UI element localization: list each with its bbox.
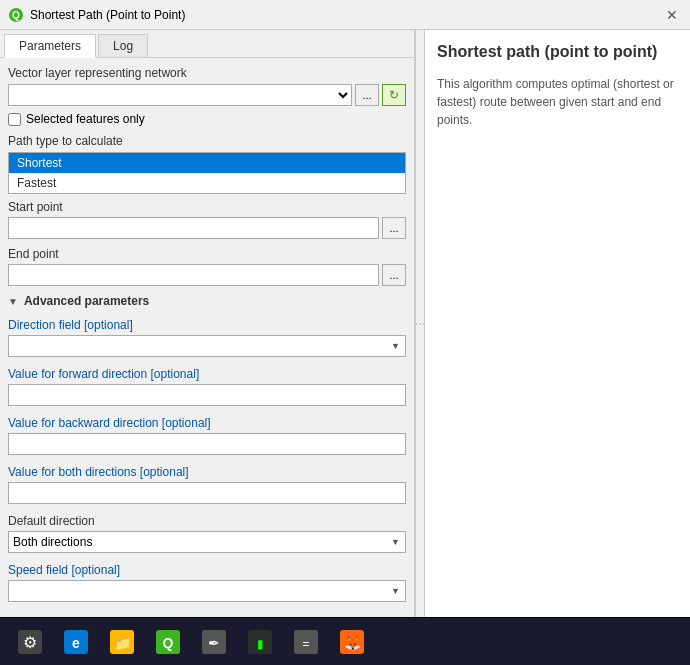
taskbar-files[interactable]: 📁 [104,624,140,660]
main-content: Parameters Log Vector layer representing… [0,30,690,617]
close-button[interactable]: ✕ [662,5,682,25]
default-direction-label: Default direction [8,514,406,528]
taskbar-firefox[interactable]: 🦊 [334,624,370,660]
forward-value-group: Value for forward direction [optional] [8,367,406,406]
end-point-dots-button[interactable]: ... [382,264,406,286]
svg-text:▮: ▮ [257,637,264,651]
advanced-parameters-header[interactable]: ▼ Advanced parameters [8,294,406,308]
default-direction-select[interactable]: Both directions Forward direction Backwa… [8,531,406,553]
selected-features-checkbox[interactable] [8,113,21,126]
speed-field-label: Speed field [optional] [8,563,406,577]
path-type-label: Path type to calculate [8,134,406,148]
selected-features-label: Selected features only [26,112,145,126]
start-point-label: Start point [8,200,406,214]
forward-value-input[interactable] [8,384,406,406]
svg-text:✒: ✒ [208,635,220,651]
svg-text:=: = [302,637,309,651]
start-point-section: Start point ... [8,200,406,239]
backward-value-input[interactable] [8,433,406,455]
help-title: Shortest path (point to point) [437,42,678,63]
path-type-dropdown[interactable]: Shortest Fastest [8,152,406,194]
taskbar-inkscape[interactable]: ✒ [196,624,232,660]
start-point-dots-button[interactable]: ... [382,217,406,239]
svg-text:Q: Q [12,10,20,21]
backward-value-label: Value for backward direction [optional] [8,416,406,430]
path-type-shortest[interactable]: Shortest [9,153,405,173]
tab-parameters[interactable]: Parameters [4,34,96,58]
svg-text:📁: 📁 [114,635,132,652]
taskbar-qgis[interactable]: Q [150,624,186,660]
speed-field-select-wrapper [8,580,406,602]
direction-field-group: Direction field [optional] [8,318,406,357]
default-direction-group: Default direction Both directions Forwar… [8,514,406,553]
both-value-label: Value for both directions [optional] [8,465,406,479]
left-panel: Parameters Log Vector layer representing… [0,30,415,617]
advanced-label: Advanced parameters [24,294,149,308]
end-point-input[interactable] [8,264,379,286]
taskbar: ⚙ e 📁 Q ✒ ▮ [0,617,690,665]
start-point-input[interactable] [8,217,379,239]
speed-field-group: Speed field [optional] [8,563,406,602]
divider-handle: ⋮ [415,319,426,329]
end-point-row: ... [8,264,406,286]
taskbar-calculator[interactable]: = [288,624,324,660]
both-value-input[interactable] [8,482,406,504]
end-point-label: End point [8,247,406,261]
taskbar-settings[interactable]: ⚙ [12,624,48,660]
vector-layer-refresh-button[interactable]: ↻ [382,84,406,106]
taskbar-terminal[interactable]: ▮ [242,624,278,660]
vector-layer-dots-button[interactable]: ... [355,84,379,106]
panel-divider[interactable]: ⋮ [415,30,425,617]
vector-layer-label: Vector layer representing network [8,66,406,80]
right-panel: Shortest path (point to point) This algo… [425,30,690,617]
window-title: Shortest Path (Point to Point) [30,8,185,22]
svg-text:Q: Q [163,635,174,651]
parameters-scroll-area[interactable]: Vector layer representing network ... ↻ … [0,58,414,617]
vector-layer-row: ... ↻ [8,84,406,106]
end-point-section: End point ... [8,247,406,286]
default-direction-select-wrapper: Both directions Forward direction Backwa… [8,531,406,553]
svg-text:🦊: 🦊 [344,635,362,652]
forward-value-label: Value for forward direction [optional] [8,367,406,381]
selected-features-row: Selected features only [8,112,406,126]
direction-field-select[interactable] [8,335,406,357]
vector-layer-select[interactable] [8,84,352,106]
help-description: This algorithm computes optimal (shortes… [437,75,678,129]
tab-log[interactable]: Log [98,34,148,57]
direction-field-label: Direction field [optional] [8,318,406,332]
taskbar-edge[interactable]: e [58,624,94,660]
refresh-icon: ↻ [389,88,399,102]
tab-bar: Parameters Log [0,30,414,58]
backward-value-group: Value for backward direction [optional] [8,416,406,455]
svg-text:e: e [72,635,80,651]
path-type-fastest[interactable]: Fastest [9,173,405,193]
both-value-group: Value for both directions [optional] [8,465,406,504]
start-point-row: ... [8,217,406,239]
app-icon: Q [8,7,24,23]
svg-text:⚙: ⚙ [23,634,37,651]
speed-field-select[interactable] [8,580,406,602]
title-bar: Q Shortest Path (Point to Point) ✕ [0,0,690,30]
collapse-icon: ▼ [8,296,18,307]
direction-field-select-wrapper [8,335,406,357]
